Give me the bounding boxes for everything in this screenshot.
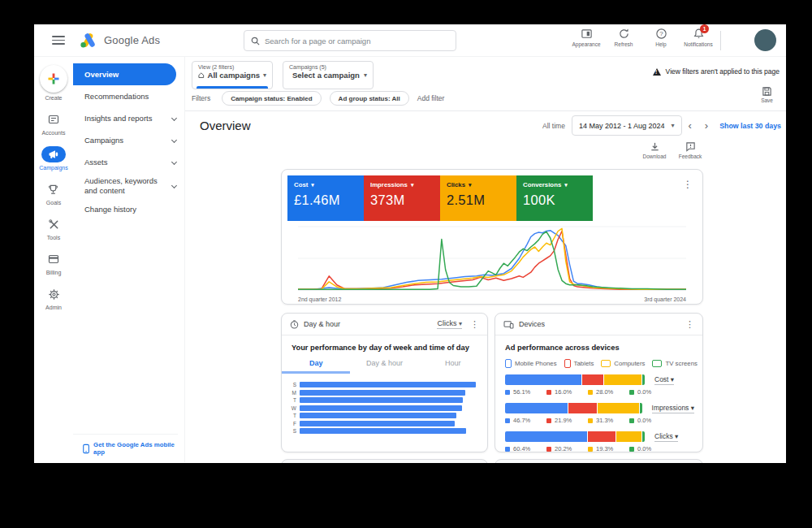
partial-card <box>281 459 488 463</box>
day-label: M <box>288 390 296 396</box>
campaign-select[interactable]: Campaigns (5) Select a campaign ▾ <box>283 61 374 89</box>
day-bar <box>300 428 466 434</box>
nav-item-change-history[interactable]: Change history <box>73 199 184 221</box>
nav-item-recommendations[interactable]: Recommendations <box>73 85 184 107</box>
day-bar <box>300 413 456 418</box>
metric-strip: Cost▾£1.46MImpressions▾373MClicks▾2.51MC… <box>287 175 593 221</box>
metric-card-cost[interactable]: Cost▾£1.46M <box>287 175 364 221</box>
warning-icon <box>653 68 661 76</box>
bar-segment <box>505 431 588 442</box>
global-search[interactable] <box>244 30 456 51</box>
download-button[interactable]: Download <box>637 141 672 159</box>
line-chart-svg <box>298 223 686 292</box>
appearance-button[interactable]: Appearance <box>568 28 605 47</box>
rail-item-admin[interactable]: Admin <box>45 286 62 310</box>
nav-item-overview[interactable]: Overview <box>73 63 176 85</box>
metric-card-impressions[interactable]: Impressions▾373M <box>364 175 440 221</box>
page-title: Overview <box>200 119 251 132</box>
segment-percentage: 28.0% <box>588 388 629 396</box>
save-button[interactable]: Save <box>761 86 773 103</box>
add-filter-button[interactable]: Add filter <box>417 94 445 102</box>
devices-card-kebab-menu[interactable]: ⋮ <box>685 320 694 329</box>
tab-day[interactable]: Day <box>282 359 350 374</box>
rail-item-accounts[interactable]: Accounts <box>42 111 66 136</box>
nav-list: OverviewRecommendationsInsights and repo… <box>73 63 184 221</box>
date-range-picker[interactable]: 14 May 2012 - 1 Aug 2024 ▾ <box>572 115 682 136</box>
day-label: T <box>288 413 296 418</box>
day-bar-chart: SMTWTFS <box>288 381 476 435</box>
day-bar-row: W <box>288 405 476 413</box>
view-filters-warning: View filters aren't applied to this page <box>653 67 780 76</box>
segment-percentage: 60.4% <box>505 445 546 452</box>
phone-icon <box>83 444 89 454</box>
day-label: W <box>288 405 296 411</box>
report-actions: Download Feedback <box>637 141 708 159</box>
metric-card-conversions[interactable]: Conversions▾100K <box>516 175 593 221</box>
filter-chip[interactable]: Ad group status: All <box>330 91 409 106</box>
notification-badge: 1 <box>700 24 709 33</box>
metric-card-clicks[interactable]: Clicks▾2.51M <box>440 175 516 221</box>
next-period-button[interactable]: › <box>698 119 715 132</box>
brand: Google Ads <box>80 32 160 48</box>
nav-item-campaigns[interactable]: Campaigns <box>73 129 184 151</box>
menu-icon[interactable] <box>52 33 65 47</box>
tab-hour[interactable]: Hour <box>419 359 487 374</box>
caret-down-icon: ▾ <box>672 122 675 129</box>
metric-value: £1.46M <box>294 193 357 208</box>
mobile-app-link[interactable]: Get the Google Ads mobile app <box>73 434 178 457</box>
rail-item-goals[interactable]: Goals <box>46 181 61 206</box>
day-bar-row: S <box>288 427 476 435</box>
plus-icon <box>47 72 60 85</box>
line-series-clicks <box>298 228 686 289</box>
day-label: S <box>288 428 296 434</box>
device-legend-tv-screens: TV screens <box>652 360 697 367</box>
account-avatar[interactable] <box>754 29 776 51</box>
divider <box>185 110 786 111</box>
filter-chip[interactable]: Campaign status: Enabled <box>222 91 321 106</box>
clicks-dropdown[interactable]: Clicks ▾ <box>654 432 678 442</box>
summary-kebab-menu[interactable]: ⋮ <box>683 180 693 189</box>
day-bar-row: S <box>288 381 476 389</box>
rail-item-campaigns[interactable]: Campaigns <box>39 146 67 171</box>
nav-item-audiences-keywords-and-content[interactable]: Audiences, keywords and content <box>73 173 184 199</box>
caret-down-icon: ▾ <box>263 71 266 79</box>
view-filter-select[interactable]: View (2 filters) All campaigns ▾ <box>192 61 273 89</box>
appearance-icon <box>581 28 593 40</box>
day-label: T <box>288 397 296 403</box>
bar-segment <box>598 403 640 413</box>
bar-segment <box>505 374 582 385</box>
nav-item-assets[interactable]: Assets <box>73 151 184 173</box>
notifications-button[interactable]: 1 Notifications <box>680 28 717 47</box>
topbar: Google Ads Appearance Refresh ? Help 1 N… <box>34 24 786 57</box>
rail-item-create[interactable]: Create <box>40 65 67 101</box>
icon-rail: Create Accounts Campaigns Goals Tools <box>34 57 73 462</box>
devices-legend: Mobile PhonesTabletsComputersTV screens <box>505 359 702 368</box>
rail-item-billing[interactable]: Billing <box>46 251 62 275</box>
search-input[interactable] <box>265 37 449 45</box>
line-series-impressions <box>298 232 686 290</box>
download-icon <box>650 141 660 152</box>
day-bar <box>300 382 476 387</box>
tab-day-and-hour[interactable]: Day & hour <box>350 359 418 374</box>
previous-period-button[interactable]: ‹ <box>682 119 698 132</box>
nav-item-insights-and-reports[interactable]: Insights and reports <box>73 107 184 129</box>
show-last-30-days-link[interactable]: Show last 30 days <box>719 122 781 130</box>
rail-item-tools[interactable]: Tools <box>47 216 60 240</box>
day-bar <box>300 397 463 403</box>
create-button[interactable] <box>40 65 67 93</box>
day-metric-dropdown[interactable]: Clicks ▾ <box>437 319 462 329</box>
trophy-icon <box>47 184 59 196</box>
caret-down-icon: ▾ <box>469 182 472 188</box>
segment-percentage: 46.7% <box>505 417 546 424</box>
day-bar-row: T <box>288 396 476 405</box>
chevron-down-icon <box>171 183 177 188</box>
save-icon <box>762 86 772 97</box>
cost-dropdown[interactable]: Cost ▾ <box>654 375 674 385</box>
help-icon: ? <box>655 28 667 40</box>
refresh-button[interactable]: Refresh <box>605 28 642 47</box>
devices-stacked-bars: Cost ▾56.1%16.0%28.0%0.0%Impressions ▾46… <box>505 374 694 452</box>
feedback-button[interactable]: Feedback <box>672 141 708 159</box>
day-card-kebab-menu[interactable]: ⋮ <box>470 320 479 329</box>
help-button[interactable]: ? Help <box>642 28 680 47</box>
impressions-dropdown[interactable]: Impressions ▾ <box>652 404 694 413</box>
